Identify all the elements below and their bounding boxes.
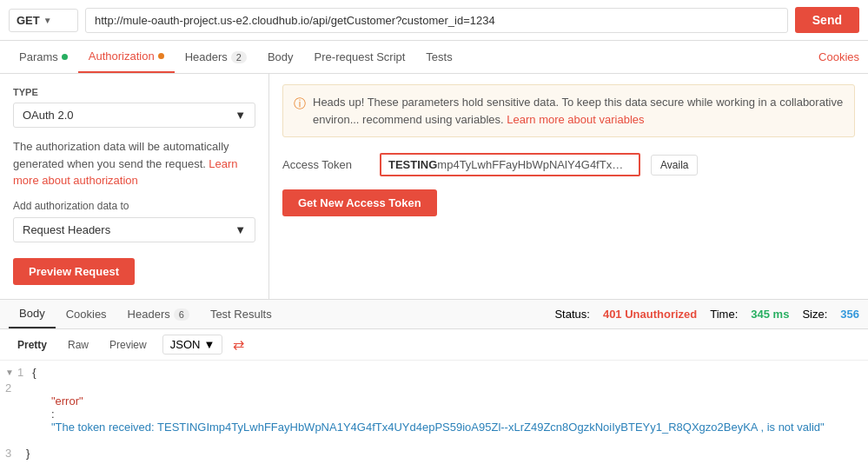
format-chevron-icon: ▼ bbox=[203, 338, 215, 351]
tab-test-results[interactable]: Test Results bbox=[200, 301, 282, 328]
tab-params[interactable]: Params bbox=[9, 42, 78, 72]
token-rest: mp4TyLwhFFayHbWpNAlY4G4fTx4UYd4epPS59io.… bbox=[437, 158, 628, 171]
params-dot bbox=[62, 54, 68, 60]
time-label: Time: bbox=[710, 308, 738, 321]
line-num-1: ▼ 1 bbox=[0, 366, 32, 379]
send-button[interactable]: Send bbox=[795, 7, 859, 33]
format-value: JSON bbox=[170, 338, 201, 351]
left-panel: TYPE OAuth 2.0 ▼ The authorization data … bbox=[0, 74, 269, 299]
top-bar: GET ▼ Send bbox=[0, 0, 868, 41]
tab-body-label: Body bbox=[268, 50, 294, 63]
type-select[interactable]: OAuth 2.0 ▼ bbox=[13, 103, 255, 128]
code-line-2: 2 "error" : "The token received: TESTING… bbox=[0, 381, 868, 447]
tab-tests[interactable]: Tests bbox=[415, 42, 462, 72]
tab-pre-request-label: Pre-request Script bbox=[315, 50, 406, 63]
type-chevron-icon: ▼ bbox=[235, 109, 246, 122]
request-tabs: Params Authorization Headers 2 Body Pre-… bbox=[0, 41, 868, 74]
code-toolbar: Pretty Raw Preview JSON ▼ ⇄ bbox=[0, 329, 868, 361]
access-token-row: Access Token TESTING mp4TyLwhFFayHbWpNAl… bbox=[282, 153, 855, 176]
tab-response-body[interactable]: Body bbox=[9, 300, 56, 328]
type-label: TYPE bbox=[13, 87, 255, 97]
available-tokens-button[interactable]: Availa bbox=[651, 155, 698, 176]
status-value: 401 Unauthorized bbox=[603, 308, 697, 321]
access-token-label: Access Token bbox=[282, 158, 369, 171]
tab-headers-label: Headers bbox=[185, 50, 228, 63]
main-content: TYPE OAuth 2.0 ▼ The authorization data … bbox=[0, 74, 868, 300]
token-prefix: TESTING bbox=[388, 158, 437, 171]
status-bar: Status: 401 Unauthorized Time: 345 ms Si… bbox=[554, 308, 859, 321]
warning-box: ⓘ Heads up! These parameters hold sensit… bbox=[282, 84, 855, 137]
cookies-link[interactable]: Cookies bbox=[818, 50, 859, 63]
headers-badge: 2 bbox=[231, 51, 247, 63]
add-auth-label: Add authorization data to bbox=[13, 200, 255, 212]
type-value: OAuth 2.0 bbox=[23, 109, 74, 122]
add-auth-value: Request Headers bbox=[23, 223, 110, 236]
status-label: Status: bbox=[554, 308, 589, 321]
size-label: Size: bbox=[802, 308, 827, 321]
tab-pre-request[interactable]: Pre-request Script bbox=[304, 42, 416, 72]
pretty-tab[interactable]: Pretty bbox=[9, 335, 56, 355]
get-token-row: Get New Access Token bbox=[282, 189, 855, 216]
code-key-error: "error" bbox=[51, 394, 83, 408]
add-auth-chevron-icon: ▼ bbox=[235, 223, 246, 236]
right-panel: ⓘ Heads up! These parameters hold sensit… bbox=[269, 74, 868, 299]
line-content-3: } bbox=[26, 447, 30, 460]
tab-body[interactable]: Body bbox=[257, 42, 304, 72]
line-toggle-1[interactable]: ▼ bbox=[5, 368, 14, 377]
line-num-2: 2 bbox=[0, 381, 26, 394]
tab-tests-label: Tests bbox=[426, 50, 452, 63]
code-area: Pretty Raw Preview JSON ▼ ⇄ ▼ 1 { 2 "err… bbox=[0, 329, 868, 464]
chevron-down-icon: ▼ bbox=[43, 16, 52, 25]
time-value: 345 ms bbox=[751, 308, 789, 321]
response-headers-badge: 6 bbox=[174, 308, 189, 321]
warning-icon: ⓘ bbox=[294, 95, 306, 113]
access-token-value[interactable]: TESTING mp4TyLwhFFayHbWpNAlY4G4fTx4UYd4e… bbox=[380, 153, 640, 176]
format-select[interactable]: JSON ▼ bbox=[162, 335, 223, 355]
wrap-icon[interactable]: ⇄ bbox=[233, 336, 244, 353]
auth-description: The authorization data will be automatic… bbox=[13, 138, 255, 189]
tab-params-label: Params bbox=[19, 50, 58, 63]
line-content-1: { bbox=[32, 366, 36, 379]
size-value: 356 bbox=[840, 308, 859, 321]
code-lines: ▼ 1 { 2 "error" : "The token received: T… bbox=[0, 361, 868, 464]
tab-headers[interactable]: Headers 2 bbox=[175, 42, 257, 72]
url-input[interactable] bbox=[85, 8, 788, 33]
preview-tab[interactable]: Preview bbox=[101, 335, 156, 355]
learn-more-variables-link[interactable]: Learn more about variables bbox=[507, 113, 644, 126]
response-tabs: Body Cookies Headers 6 Test Results Stat… bbox=[0, 300, 868, 329]
code-line-1: ▼ 1 { bbox=[0, 366, 868, 381]
method-select[interactable]: GET ▼ bbox=[9, 9, 78, 32]
add-auth-select[interactable]: Request Headers ▼ bbox=[13, 217, 255, 242]
auth-dot bbox=[158, 53, 164, 59]
tab-authorization-label: Authorization bbox=[89, 50, 155, 63]
tab-response-headers[interactable]: Headers 6 bbox=[117, 301, 200, 328]
tab-response-cookies[interactable]: Cookies bbox=[56, 301, 117, 328]
code-line-3: 3 } bbox=[0, 447, 868, 462]
tab-authorization[interactable]: Authorization bbox=[78, 41, 175, 73]
raw-tab[interactable]: Raw bbox=[59, 335, 97, 355]
get-new-access-token-button[interactable]: Get New Access Token bbox=[282, 189, 437, 216]
code-val-error: "The token received: TESTINGImp4TyLwhFFa… bbox=[51, 421, 825, 434]
line-num-3: 3 bbox=[0, 447, 26, 460]
method-text: GET bbox=[17, 14, 40, 27]
preview-request-button[interactable]: Preview Request bbox=[13, 258, 135, 285]
